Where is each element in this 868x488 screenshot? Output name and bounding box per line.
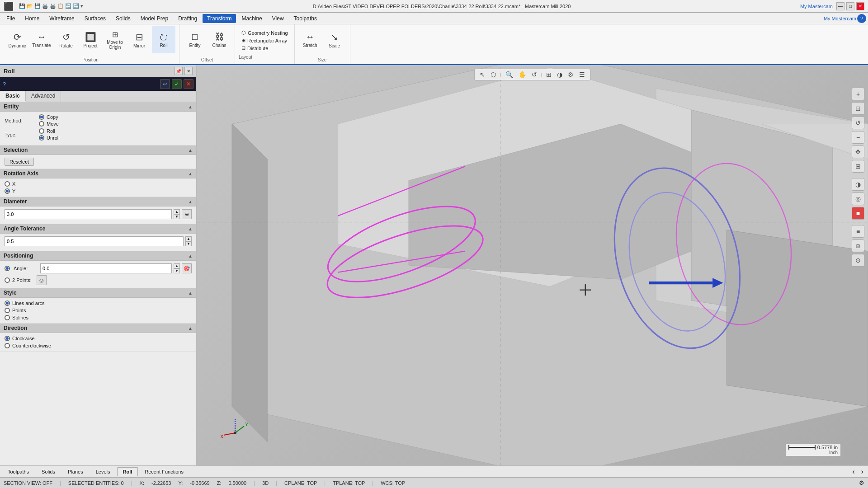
type-unroll-option[interactable]: Unroll (39, 135, 60, 141)
menu-item-wireframe[interactable]: Wireframe (45, 14, 79, 23)
style-splines-radio[interactable] (5, 315, 10, 320)
type-roll-radio[interactable] (39, 128, 44, 134)
panel-ok-button[interactable]: ✓ (172, 79, 182, 89)
vp-pan-icon[interactable]: ✋ (517, 70, 528, 79)
ribbon-btn-move-to-origin[interactable]: ⊞ Move to Origin (103, 26, 127, 53)
vp-select-icon[interactable]: ⬡ (489, 70, 497, 79)
ribbon-btn-dynamic[interactable]: ⟳ Dynamic (5, 26, 29, 53)
two-points-option[interactable]: 2 Points: ◎ (5, 275, 192, 285)
close-button[interactable]: ✕ (856, 2, 864, 10)
vp-zoom-in-btn[interactable]: + (852, 88, 864, 100)
menu-item-machine[interactable]: Machine (237, 14, 266, 23)
tab-planes[interactable]: Planes (62, 467, 89, 476)
menu-item-surfaces[interactable]: Surfaces (80, 14, 110, 23)
menu-item-toolpaths[interactable]: Toolpaths (289, 14, 321, 23)
angle-pos-input[interactable] (40, 263, 172, 273)
tab-levels[interactable]: Levels (90, 467, 116, 476)
ribbon-btn-entity[interactable]: □ Entity (183, 26, 207, 53)
tab-toolpaths[interactable]: Toolpaths (2, 467, 35, 476)
menu-item-solids[interactable]: Solids (111, 14, 135, 23)
bottom-scroll-right[interactable]: › (859, 468, 866, 476)
ribbon-btn-mirror[interactable]: ⊟ Mirror (127, 26, 151, 53)
panel-back-button[interactable]: ↩ (160, 79, 170, 89)
panel-pin-button[interactable]: 📌 (175, 67, 183, 75)
vp-transparency-btn[interactable]: ◎ (852, 192, 864, 205)
panel-help-icon[interactable]: ? (3, 81, 6, 88)
ribbon-btn-distribute[interactable]: ⊟ Distribute (239, 44, 271, 52)
two-points-radio[interactable] (5, 277, 10, 283)
diameter-input[interactable] (5, 209, 172, 219)
vp-grid-icon[interactable]: ⊞ (545, 70, 553, 79)
vp-rotate-view-btn[interactable]: ↺ (852, 117, 864, 129)
vp-color-btn[interactable]: ■ (852, 207, 864, 220)
maximize-button[interactable]: □ (846, 2, 854, 10)
style-lines-arcs-radio[interactable] (5, 300, 10, 306)
two-points-btn[interactable]: ◎ (37, 275, 47, 285)
method-copy-option[interactable]: Copy (39, 114, 59, 120)
axis-y-option[interactable]: Y (5, 188, 192, 194)
viewport[interactable]: ↖ ⬡ | 🔍 ✋ ↺ | ⊞ ◑ ⚙ ☰ (197, 65, 868, 465)
menu-item-drafting[interactable]: Drafting (174, 14, 202, 23)
ribbon-btn-translate[interactable]: ↔ Translate (30, 26, 53, 53)
menu-item-model-prep[interactable]: Model Prep (136, 14, 173, 23)
method-move-option[interactable]: Move (39, 121, 59, 127)
vp-cursor-icon[interactable]: ↖ (478, 70, 486, 79)
direction-ccw-option[interactable]: Counterclockwise (5, 343, 192, 348)
direction-section-header[interactable]: Direction ▲ (0, 324, 196, 333)
method-copy-radio[interactable] (39, 114, 44, 120)
status-settings-icon[interactable]: ⚙ (859, 479, 864, 486)
style-splines-option[interactable]: Splines (5, 315, 192, 320)
diameter-section-header[interactable]: Diameter ▲ (0, 197, 196, 206)
axis-x-radio[interactable] (5, 181, 10, 187)
method-move-radio[interactable] (39, 121, 44, 127)
panel-cancel-button[interactable]: ✕ (184, 79, 193, 89)
ribbon-btn-rectangular-array[interactable]: ⊞ Rectangular Array (239, 37, 290, 44)
menu-item-home[interactable]: Home (20, 14, 44, 23)
ribbon-btn-chains[interactable]: ⛓ Chains (208, 26, 231, 53)
type-roll-option[interactable]: Roll (39, 128, 60, 134)
vp-view-orient-btn[interactable]: ⊞ (852, 160, 864, 173)
vp-snap-btn[interactable]: ⊕ (852, 239, 864, 252)
tab-advanced[interactable]: Advanced (26, 91, 61, 102)
entity-section-header[interactable]: Entity ▲ (0, 102, 196, 112)
type-unroll-radio[interactable] (39, 135, 44, 141)
angle-tolerance-input[interactable] (5, 236, 184, 246)
angle-tolerance-spin-down[interactable]: ▼ (185, 241, 192, 246)
vp-pan-view-btn[interactable]: ✥ (852, 145, 864, 158)
direction-cw-radio[interactable] (5, 336, 10, 341)
diameter-spin-down[interactable]: ▼ (174, 214, 180, 219)
bottom-scroll-left[interactable]: ‹ (849, 468, 857, 476)
tab-solids[interactable]: Solids (36, 467, 61, 476)
vp-layers-icon[interactable]: ☰ (578, 70, 586, 79)
angle-pos-spin-down[interactable]: ▼ (174, 268, 180, 273)
my-mastercam-menu[interactable]: My Mastercam (824, 16, 856, 21)
axis-x-option[interactable]: X (5, 181, 192, 187)
panel-close-button[interactable]: ✕ (184, 67, 193, 75)
style-lines-arcs-option[interactable]: Lines and arcs (5, 300, 192, 306)
tab-roll[interactable]: Roll (117, 467, 138, 476)
tab-basic[interactable]: Basic (0, 91, 26, 102)
direction-ccw-radio[interactable] (5, 343, 10, 348)
style-points-option[interactable]: Points (5, 308, 192, 313)
ribbon-btn-roll[interactable]: ⭮ Roll (152, 26, 175, 53)
vp-settings-icon[interactable]: ⚙ (566, 70, 575, 79)
menu-item-view[interactable]: View (268, 14, 288, 23)
direction-cw-option[interactable]: Clockwise (5, 336, 192, 341)
vp-zoom-out-btn[interactable]: − (852, 131, 864, 144)
vp-unknown-btn[interactable]: ⊙ (852, 254, 864, 267)
positioning-section-header[interactable]: Positioning ▲ (0, 251, 196, 261)
ribbon-btn-stretch[interactable]: ↔ Stretch (298, 26, 322, 53)
angle-tolerance-spin-up[interactable]: ▲ (185, 236, 192, 241)
vp-rotate3d-icon[interactable]: ↺ (530, 70, 538, 79)
vp-shading-btn[interactable]: ◑ (852, 178, 864, 191)
ribbon-btn-rotate[interactable]: ↺ Rotate (54, 26, 78, 53)
style-section-header[interactable]: Style ▲ (0, 288, 196, 298)
selection-section-header[interactable]: Selection ▲ (0, 145, 196, 155)
ribbon-btn-scale[interactable]: ⤡ Scale (323, 26, 346, 53)
vp-zoom-icon[interactable]: 🔍 (504, 70, 514, 79)
vp-layer-toggle-btn[interactable]: ≡ (852, 225, 864, 238)
rotation-axis-section-header[interactable]: Rotation Axis ▲ (0, 169, 196, 178)
minimize-button[interactable]: — (836, 2, 844, 10)
style-points-radio[interactable] (5, 308, 10, 313)
ribbon-btn-geometry-nesting[interactable]: ⬡ Geometry Nesting (239, 29, 291, 37)
